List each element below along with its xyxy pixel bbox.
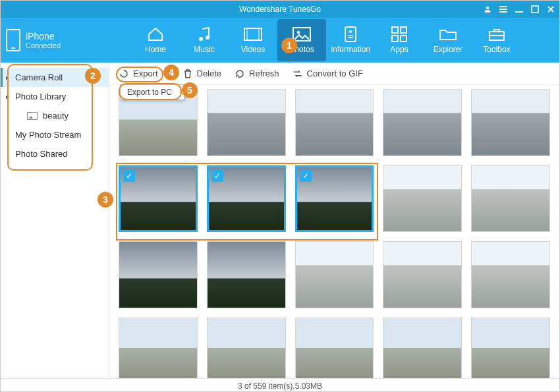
delete-icon	[182, 69, 193, 79]
convert-gif-button[interactable]: Convert to GIF	[293, 69, 363, 79]
sidebar-item-label: Camera Roll	[15, 72, 63, 82]
refresh-label: Refresh	[249, 69, 279, 78]
delete-label: Delete	[197, 69, 222, 78]
svg-rect-3	[499, 11, 507, 13]
phone-icon	[6, 29, 20, 51]
export-icon	[119, 69, 129, 79]
convert-icon	[293, 69, 303, 79]
photo-thumb[interactable]	[119, 241, 198, 308]
nav-explorer[interactable]: Explorer	[424, 19, 472, 61]
menu-icon[interactable]	[499, 5, 508, 14]
nav-apps[interactable]: Apps	[375, 19, 424, 61]
maximize-icon[interactable]	[530, 5, 540, 14]
videos-icon	[244, 26, 262, 42]
nav-home[interactable]: Home	[131, 19, 180, 61]
chevron-down-icon: ▼	[163, 70, 169, 77]
sidebar: ▸ Camera Roll ▸ Photo Library beauty My …	[1, 63, 109, 378]
main-nav: Home Music Videos Photos 1 Information A…	[118, 19, 554, 61]
export-to-pc-item[interactable]: Export to PC	[121, 85, 184, 99]
sidebar-item-photo-library[interactable]: ▸ Photo Library	[1, 87, 109, 106]
sidebar-item-label: Photo Library	[15, 92, 66, 101]
sidebar-item-my-photo-stream[interactable]: My Photo Stream	[1, 125, 109, 144]
svg-point-12	[297, 31, 300, 34]
svg-point-7	[206, 36, 210, 40]
photo-thumb[interactable]	[207, 241, 286, 308]
photo-thumb-selected[interactable]: ✓	[119, 165, 198, 233]
svg-rect-13	[345, 27, 356, 42]
status-bar: 3 of 559 item(s),5.03MB	[1, 378, 559, 392]
photo-thumb[interactable]	[383, 318, 462, 378]
nav-label: Home	[145, 45, 166, 54]
check-icon: ✓	[211, 170, 223, 182]
nav-label: Explorer	[434, 45, 463, 54]
nav-toolbox[interactable]: Toolbox	[472, 19, 521, 61]
photo-grid-wrap: ✓ ✓ ✓	[109, 85, 559, 378]
information-icon	[341, 26, 360, 42]
photo-thumb[interactable]	[383, 241, 462, 308]
photo-thumb[interactable]	[471, 241, 550, 308]
photo-thumb[interactable]	[383, 89, 462, 156]
user-icon[interactable]	[483, 5, 492, 14]
sidebar-item-label: beauty	[43, 111, 69, 121]
photo-grid: ✓ ✓ ✓	[109, 85, 559, 378]
sidebar-item-label: Photo Shared	[15, 149, 68, 159]
delete-button[interactable]: Delete	[182, 69, 222, 79]
photo-thumb[interactable]	[295, 89, 374, 156]
sidebar-item-beauty[interactable]: beauty	[1, 106, 109, 125]
sidebar-item-label: My Photo Stream	[15, 130, 81, 140]
home-icon	[146, 26, 165, 42]
header: iPhone Connected Home Music Videos Photo…	[1, 18, 559, 63]
nav-videos[interactable]: Videos	[229, 19, 277, 61]
svg-point-14	[349, 30, 352, 33]
toolbox-icon	[488, 26, 506, 42]
photo-thumb[interactable]	[295, 318, 374, 378]
main-panel: Export ▼ Export to PC Delete Refresh	[109, 63, 559, 378]
minimize-icon[interactable]	[515, 5, 524, 14]
svg-rect-16	[348, 37, 353, 38]
close-icon[interactable]	[546, 5, 555, 14]
export-label: Export	[133, 69, 158, 78]
window-controls	[483, 5, 555, 14]
explorer-icon	[439, 26, 457, 42]
svg-rect-15	[348, 35, 353, 36]
photo-thumb[interactable]	[383, 165, 462, 233]
svg-rect-1	[499, 6, 507, 7]
device-name: iPhone	[26, 31, 61, 42]
app-title: Wondershare TunesGo	[239, 5, 321, 14]
device-status: Connected	[26, 42, 61, 49]
menu-item-label: Export to PC	[127, 88, 172, 97]
photo-thumb-selected[interactable]: ✓	[207, 165, 286, 233]
nav-label: Apps	[390, 45, 408, 54]
svg-rect-20	[401, 36, 406, 42]
chevron-right-icon: ▸	[6, 74, 9, 81]
sidebar-item-camera-roll[interactable]: ▸ Camera Roll	[1, 68, 109, 87]
nav-photos[interactable]: Photos 1	[277, 19, 326, 61]
convert-label: Convert to GIF	[307, 69, 363, 78]
svg-rect-19	[392, 36, 398, 42]
export-button[interactable]: Export ▼ Export to PC	[119, 69, 169, 79]
photo-thumb[interactable]	[119, 318, 198, 378]
photo-thumb[interactable]	[471, 89, 550, 156]
photo-thumb[interactable]	[207, 89, 286, 156]
photos-icon	[293, 26, 311, 42]
photo-thumb[interactable]	[471, 165, 550, 233]
photo-thumb[interactable]	[207, 318, 286, 378]
check-icon: ✓	[123, 170, 135, 182]
refresh-button[interactable]: Refresh	[235, 69, 279, 79]
music-icon	[195, 26, 213, 42]
photo-thumb-selected[interactable]: ✓	[295, 165, 374, 233]
refresh-icon	[235, 69, 245, 79]
photo-thumb[interactable]	[295, 241, 374, 308]
export-dropdown: Export to PC	[120, 84, 184, 100]
nav-label: Videos	[241, 45, 265, 54]
sidebar-item-photo-shared[interactable]: Photo Shared	[1, 144, 109, 163]
titlebar: Wondershare TunesGo	[1, 1, 559, 18]
status-text: 3 of 559 item(s),5.03MB	[238, 381, 322, 391]
nav-information[interactable]: Information	[326, 19, 375, 61]
nav-label: Toolbox	[483, 45, 510, 54]
nav-music[interactable]: Music	[180, 19, 229, 61]
device-panel[interactable]: iPhone Connected	[6, 29, 118, 51]
svg-rect-18	[401, 27, 406, 33]
svg-rect-4	[515, 11, 523, 13]
photo-thumb[interactable]	[471, 318, 550, 378]
